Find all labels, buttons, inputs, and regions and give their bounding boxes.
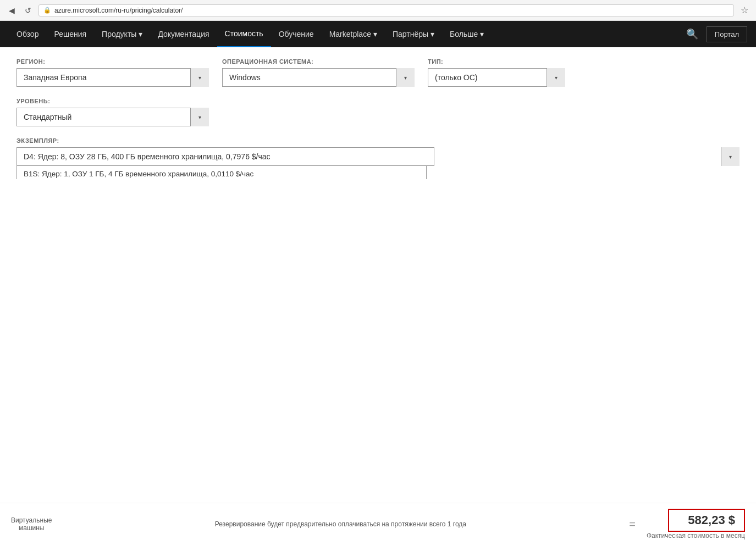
type-select-wrapper: (только ОС) ▾	[428, 68, 565, 87]
chevron-down-icon-partners: ▾	[431, 30, 434, 38]
nav-partners[interactable]: Партнёры ▾	[385, 21, 442, 47]
type-label: ТИП:	[428, 58, 565, 65]
search-button[interactable]: 🔍	[682, 24, 702, 44]
os-group: ОПЕРАЦИОННАЯ СИСТЕМА: Windows ▾	[222, 58, 415, 87]
browser-bar: ◀ ↺ 🔒 azure.microsoft.com/ru-ru/pricing/…	[0, 0, 756, 21]
instance-selected-text: D4: Ядер: 8, ОЗУ 28 ГБ, 400 ГБ временног…	[24, 152, 271, 161]
region-select-wrapper: Западная Европа ▾	[16, 68, 209, 87]
chevron-down-icon-more: ▾	[480, 30, 484, 38]
nav-learning[interactable]: Обучение	[271, 21, 322, 47]
url-bar[interactable]: 🔒 azure.microsoft.com/ru-ru/pricing/calc…	[38, 4, 734, 16]
back-button[interactable]: ◀	[5, 4, 18, 16]
lock-icon: 🔒	[43, 7, 51, 14]
tier-select-wrapper: Стандартный ▾	[16, 108, 209, 126]
tier-group: УРОВЕНЬ: Стандартный ▾	[16, 98, 209, 126]
instance-label: ЭКЗЕМПЛЯР:	[16, 137, 740, 144]
chevron-down-icon-marketplace: ▾	[373, 30, 377, 38]
nav-products[interactable]: Продукты ▾	[94, 21, 150, 47]
type-group: ТИП: (только ОС) ▾	[428, 58, 565, 87]
os-label: ОПЕРАЦИОННАЯ СИСТЕМА:	[222, 58, 415, 65]
nav-overview[interactable]: Обзор	[9, 21, 46, 47]
tier-label: УРОВЕНЬ:	[16, 98, 209, 104]
nav-bar: Обзор Решения Продукты ▾ Документация Ст…	[0, 21, 756, 47]
os-select-wrapper: Windows ▾	[222, 68, 415, 87]
chevron-down-icon: ▾	[139, 30, 142, 38]
nav-docs[interactable]: Документация	[150, 21, 217, 47]
os-select[interactable]: Windows	[222, 68, 415, 87]
region-group: РЕГИОН: Западная Европа ▾	[16, 58, 209, 87]
main-content: РЕГИОН: Западная Европа ▾ ОПЕРАЦИОННАЯ С…	[0, 47, 756, 179]
nav-more[interactable]: Больше ▾	[442, 21, 492, 47]
instance-section: ЭКЗЕМПЛЯР: D4: Ядер: 8, ОЗУ 28 ГБ, 400 Г…	[16, 137, 740, 166]
portal-button[interactable]: Портал	[707, 26, 747, 42]
form-row-2: УРОВЕНЬ: Стандартный ▾	[16, 98, 740, 126]
nav-cost[interactable]: Стоимость	[217, 21, 271, 47]
instance-dropdown-container: D4: Ядер: 8, ОЗУ 28 ГБ, 400 ГБ временног…	[16, 147, 740, 166]
nav-marketplace[interactable]: Marketplace ▾	[322, 21, 385, 47]
dropdown-item-b1s[interactable]: B1S: Ядер: 1, ОЗУ 1 ГБ, 4 ГБ временного …	[17, 166, 426, 179]
instance-dropdown-arrow: ▾	[721, 147, 740, 166]
type-select[interactable]: (только ОС)	[428, 68, 565, 87]
url-text: azure.microsoft.com/ru-ru/pricing/calcul…	[54, 7, 183, 14]
refresh-button[interactable]: ↺	[22, 4, 34, 16]
instance-select-button[interactable]: D4: Ядер: 8, ОЗУ 28 ГБ, 400 ГБ временног…	[16, 147, 434, 166]
instance-dropdown-list: B1S: Ядер: 1, ОЗУ 1 ГБ, 4 ГБ временного …	[16, 166, 427, 179]
nav-solutions[interactable]: Решения	[46, 21, 94, 47]
region-select[interactable]: Западная Европа	[16, 68, 209, 87]
form-row-1: РЕГИОН: Западная Европа ▾ ОПЕРАЦИОННАЯ С…	[16, 58, 740, 87]
bookmark-icon[interactable]: ☆	[738, 4, 751, 16]
tier-select[interactable]: Стандартный	[16, 108, 209, 126]
region-label: РЕГИОН:	[16, 58, 209, 65]
